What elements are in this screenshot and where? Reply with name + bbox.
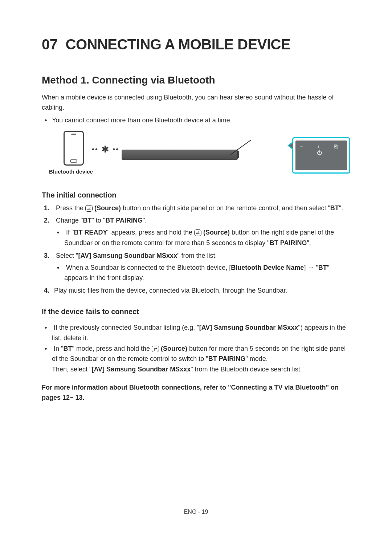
chapter-text: CONNECTING A MOBILE DEVICE (66, 36, 291, 52)
bluetooth-diagram: Bluetooth device •• ✱ •• − + ⎘ ⏻ (56, 131, 350, 182)
step-3-note: When a Soundbar is connected to the Blue… (64, 263, 350, 284)
soundbar-icon (122, 150, 238, 160)
control-panel-callout: − + ⎘ ⏻ (292, 137, 350, 174)
intro-paragraph: When a mobile device is connected using … (42, 93, 350, 113)
fails-bullet-2: In "BT" mode, press and hold the (Source… (52, 343, 350, 375)
phone-icon (64, 131, 84, 166)
initial-connection-heading: The initial connection (42, 191, 350, 199)
source-icon (152, 346, 159, 352)
chapter-title: 07CONNECTING A MOBILE DEVICE (42, 36, 350, 53)
page-footer: ENG - 19 (0, 509, 392, 515)
phone-label: Bluetooth device (49, 168, 93, 175)
leader-line (230, 139, 252, 160)
intro-bullet: You cannot connect more than one Bluetoo… (52, 115, 350, 126)
method-heading: Method 1. Connecting via Bluetooth (42, 74, 350, 86)
step-1: Press the (Source) button on the right s… (54, 203, 350, 213)
step-3: Select "[AV] Samsung Soundbar MSxxx" fro… (54, 251, 350, 283)
source-icon (85, 205, 93, 212)
step-4: Play music files from the device, connec… (54, 285, 350, 296)
more-info: For more information about Bluetooth con… (42, 383, 350, 403)
panel-buttons-icon: − + ⎘ ⏻ (295, 143, 347, 156)
source-icon (194, 229, 201, 236)
step-2: Change "BT" to "BT PAIRING". If "BT READ… (54, 215, 350, 248)
fails-bullet-1: If the previously connected Soundbar lis… (52, 322, 350, 343)
bluetooth-link-icon: •• ✱ •• (92, 144, 119, 155)
fails-heading: If the device fails to connect (42, 308, 139, 317)
chapter-number: 07 (42, 36, 58, 52)
step-2-note: If "BT READY" appears, press and hold th… (64, 227, 350, 248)
